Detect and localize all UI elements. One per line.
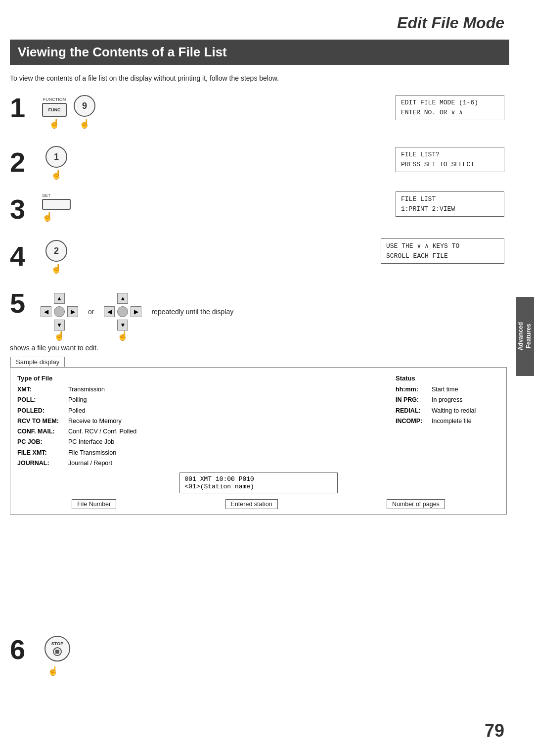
status-val-0: Start time [432, 384, 458, 395]
lcd-display-3: FILE LIST 1:PRINT 2:VIEW [396, 191, 504, 217]
hand-icon-1: ☝ [49, 118, 60, 129]
arrow-down-2[interactable]: ▼ [117, 320, 128, 331]
repeatedly-text: repeatedly until the display [151, 308, 233, 316]
stop-button[interactable]: STOP [44, 636, 70, 662]
lcd1-line2: ENTER NO. OR ∨ ∧ [401, 108, 499, 118]
arrow-up-1[interactable]: ▲ [54, 293, 65, 304]
type-val-0: Transmission [68, 384, 105, 395]
page-number: 79 [485, 720, 504, 741]
hand-icon-7: ☝ [117, 331, 128, 341]
status-key-1: IN PRG: [396, 395, 428, 405]
status-row-1: IN PRG: In progress [396, 395, 499, 405]
step-number-2: 2 [10, 146, 25, 178]
arrow-left-1[interactable]: ◀ [41, 306, 51, 317]
type-val-5: PC Interface Job [68, 437, 114, 447]
step5-content: ▲ ▼ ◀ ▶ ☝ or ▲ ▼ ◀ ▶ ☝ repeatedly until … [41, 293, 233, 331]
callout-entered-station: Entered station [225, 499, 278, 509]
step4-key-group: 2 ☝ [45, 240, 67, 274]
hand-icon-6: ☝ [54, 331, 65, 341]
hand-icon-4: ☝ [42, 211, 53, 222]
type-val-3: Receive to Memory [68, 416, 122, 426]
type-row-6: FILE XMT: File Transmission [17, 448, 388, 458]
arrow-cross-2: ▲ ▼ ◀ ▶ ☝ [104, 293, 141, 331]
key-1[interactable]: 1 [45, 146, 67, 168]
status-heading: Status [396, 375, 499, 382]
lcd3-line1: FILE LIST [401, 194, 499, 204]
arrow-center-2 [117, 306, 128, 317]
step3-set-key-group: SET ☝ [42, 193, 71, 222]
type-row-0: XMT: Transmission [17, 384, 388, 395]
key-9-group: 9 ☝ [74, 95, 95, 129]
sample-lcd-display: 001 XMT 10:00 P010 <01>(Station name) [179, 472, 338, 493]
status-val-3: Incomplete file [432, 416, 472, 426]
sample-display-inner: Type of File XMT: Transmission POLL: Pol… [10, 368, 506, 472]
arrow-right-2[interactable]: ▶ [131, 306, 141, 317]
page-title: Edit File Mode [397, 14, 504, 32]
arrow-cross-1: ▲ ▼ ◀ ▶ ☝ [41, 293, 78, 331]
function-key-group: FUNCTION FUNC ☝ [42, 97, 67, 129]
lcd4-line1: USE THE ∨ ∧ KEYS TO [386, 241, 499, 251]
lcd4-line2: SCROLL EACH FILE [386, 251, 499, 261]
section-heading-text: Viewing the Contents of a File List [18, 45, 227, 59]
side-tab-line2: Features [525, 324, 532, 349]
lcd-display-4: USE THE ∨ ∧ KEYS TO SCROLL EACH FILE [381, 238, 504, 264]
type-of-file-section: Type of File XMT: Transmission POLL: Pol… [17, 375, 388, 469]
sample-lcd-line2: <01>(Station name) [185, 483, 332, 490]
lcd3-line2: 1:PRINT 2:VIEW [401, 204, 499, 214]
type-key-1: POLL: [17, 395, 64, 405]
hand-icon-stop: ☝ [47, 665, 58, 676]
intro-text: To view the contents of a file list on t… [10, 73, 504, 84]
arrow-left-2[interactable]: ◀ [104, 306, 115, 317]
hand-icon-5: ☝ [51, 263, 62, 274]
step2-key-group: 1 ☝ [45, 146, 67, 180]
arrow-center-1 [54, 306, 65, 317]
lcd-display-1: EDIT FILE MODE (1-6) ENTER NO. OR ∨ ∧ [396, 95, 504, 120]
type-key-0: XMT: [17, 384, 64, 395]
type-val-4: Conf. RCV / Conf. Polled [68, 426, 136, 437]
status-key-0: hh:mm: [396, 384, 428, 395]
status-row-3: INCOMP: Incomplete file [396, 416, 499, 426]
step-number-1: 1 [10, 92, 25, 124]
lcd1-line1: EDIT FILE MODE (1-6) [401, 98, 499, 108]
or-text: or [88, 308, 94, 316]
stop-square [55, 650, 59, 654]
set-button[interactable] [42, 199, 71, 210]
callout-number-of-pages: Number of pages [387, 499, 445, 509]
side-tab: Advanced Features [516, 297, 534, 376]
status-key-2: REDIAL: [396, 406, 428, 416]
type-key-2: POLLED: [17, 406, 64, 416]
type-key-7: JOURNAL: [17, 458, 64, 469]
arrow-right-1[interactable]: ▶ [67, 306, 78, 317]
step5-shows-text: shows a file you want to edit. [10, 344, 98, 352]
type-of-file-heading: Type of File [17, 375, 388, 382]
type-val-7: Journal / Report [68, 458, 112, 469]
key-2[interactable]: 2 [45, 240, 67, 262]
stop-label: STOP [51, 641, 63, 646]
callout-labels-row: File Number Entered station Number of pa… [10, 497, 506, 514]
step-number-4: 4 [10, 240, 25, 272]
type-val-6: File Transmission [68, 448, 116, 458]
status-row-0: hh:mm: Start time [396, 384, 499, 395]
arrow-up-2[interactable]: ▲ [117, 293, 128, 304]
lcd2-line2: PRESS SET TO SELECT [401, 160, 499, 170]
type-row-5: PC JOB: PC Interface Job [17, 437, 388, 447]
type-key-5: PC JOB: [17, 437, 64, 447]
hand-icon-3: ☝ [51, 169, 62, 180]
status-val-2: Waiting to redial [432, 406, 476, 416]
status-key-3: INCOMP: [396, 416, 428, 426]
lcd-display-2: FILE LIST? PRESS SET TO SELECT [396, 147, 504, 172]
function-button[interactable]: FUNC [42, 103, 67, 117]
hand-icon-2: ☝ [79, 118, 90, 129]
key-9[interactable]: 9 [74, 95, 95, 117]
arrow-down-1[interactable]: ▼ [54, 320, 65, 331]
type-row-1: POLL: Polling [17, 395, 388, 405]
type-key-3: RCV TO MEM: [17, 416, 64, 426]
step-number-3: 3 [10, 193, 25, 225]
step-number-6: 6 [10, 633, 25, 665]
callout-file-number: File Number [72, 499, 116, 509]
sample-lcd-line1: 001 XMT 10:00 P010 [185, 475, 332, 483]
type-row-2: POLLED: Polled [17, 406, 388, 416]
step-number-5: 5 [10, 287, 25, 319]
type-row-7: JOURNAL: Journal / Report [17, 458, 388, 469]
sample-display-container: Sample display Type of File XMT: Transmi… [10, 367, 507, 515]
